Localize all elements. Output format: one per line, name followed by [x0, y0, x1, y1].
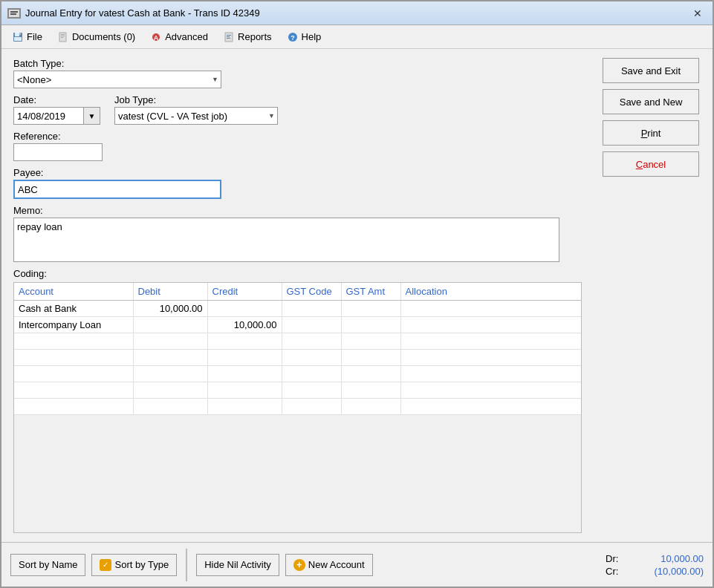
print-label-rest: rint: [647, 128, 661, 139]
table-row[interactable]: Intercompany Loan 10,000.00: [14, 317, 581, 333]
sort-by-type-button[interactable]: ✓ Sort by Type: [91, 554, 177, 576]
job-type-select[interactable]: vatest (CVL - VA Test job): [114, 107, 278, 125]
bottom-bar: Sort by Name ✓ Sort by Type Hide Nil Act…: [1, 542, 713, 587]
advanced-icon: A: [150, 31, 162, 43]
reference-input[interactable]: [13, 143, 103, 161]
coding-table-wrapper: Account Debit Credit GST Code GST Amt Al…: [13, 282, 582, 533]
new-account-icon: +: [293, 559, 305, 571]
svg-rect-15: [227, 35, 231, 36]
empty-cell: [14, 399, 133, 415]
sort-by-type-label: Sort by Type: [114, 559, 169, 570]
cell-credit-1: 10,000.00: [207, 317, 282, 333]
dr-row: Dr: 10,000.00: [606, 553, 704, 564]
payee-input[interactable]: [13, 180, 221, 199]
cell-account-0: Cash at Bank: [14, 301, 133, 317]
col-header-allocation: Allocation: [400, 283, 581, 301]
empty-cell: [14, 366, 133, 382]
cr-row: Cr: (10,000.00): [606, 566, 704, 577]
batch-type-select[interactable]: <None>: [13, 71, 221, 88]
cell-gst-amt-1: [341, 317, 400, 333]
empty-cell: [133, 350, 207, 366]
col-header-debit: Debit: [133, 283, 207, 301]
empty-cell: [282, 366, 341, 382]
cancel-label-rest: ancel: [643, 159, 666, 170]
dr-value: 10,000.00: [629, 553, 704, 564]
cell-credit-0: [207, 301, 282, 317]
empty-cell: [14, 350, 133, 366]
date-job-row: Date: ▼ Job Type: vatest (CVL - VA Test …: [13, 94, 582, 125]
cell-allocation-1: [400, 317, 581, 333]
cell-allocation-0: [400, 301, 581, 317]
svg-rect-10: [61, 36, 65, 36]
table-empty-row: [14, 366, 581, 382]
empty-cell: [207, 382, 282, 399]
save-exit-button[interactable]: Save and Exit: [603, 58, 699, 83]
empty-cell: [133, 366, 207, 382]
payee-label: Payee:: [13, 167, 582, 178]
window-title: Journal Entry for vatest Cash at Bank - …: [25, 7, 260, 19]
print-button[interactable]: Print: [603, 120, 699, 146]
table-row[interactable]: Cash at Bank 10,000.00: [14, 301, 581, 317]
menu-reports[interactable]: Reports: [215, 28, 279, 46]
table-empty-row: [14, 333, 581, 350]
svg-rect-5: [15, 33, 19, 36]
job-type-wrapper: vatest (CVL - VA Test job): [114, 107, 278, 125]
job-type-label: Job Type:: [114, 94, 278, 105]
empty-cell: [14, 333, 133, 350]
date-input[interactable]: [13, 107, 84, 125]
menubar: File Documents (0) A Advanced: [1, 25, 713, 49]
reports-icon: [223, 31, 235, 43]
coding-table: Account Debit Credit GST Code GST Amt Al…: [14, 283, 581, 415]
table-header-row: Account Debit Credit GST Code GST Amt Al…: [14, 283, 581, 301]
sort-by-name-button[interactable]: Sort by Name: [10, 554, 85, 576]
date-picker-button[interactable]: ▼: [84, 107, 100, 125]
memo-input[interactable]: repay loan: [13, 218, 559, 262]
main-form: Batch Type: <None> Date: ▼ Job T: [1, 49, 594, 542]
empty-cell: [400, 366, 581, 382]
reference-section: Reference:: [13, 131, 582, 161]
batch-type-label: Batch Type:: [13, 58, 582, 69]
cell-debit-1: [133, 317, 207, 333]
menu-file-label: File: [27, 31, 42, 42]
menu-file[interactable]: File: [4, 28, 50, 46]
bottom-left: Sort by Name ✓ Sort by Type: [10, 554, 177, 576]
cancel-button[interactable]: Cancel: [603, 151, 699, 177]
empty-cell: [207, 333, 282, 350]
cell-gst-code-0: [282, 301, 341, 317]
batch-type-section: Batch Type: <None>: [13, 58, 582, 88]
empty-cell: [14, 382, 133, 399]
empty-cell: [400, 382, 581, 399]
empty-cell: [341, 399, 400, 415]
menu-reports-label: Reports: [238, 31, 272, 42]
menu-documents[interactable]: Documents (0): [50, 28, 143, 46]
new-account-button[interactable]: + New Account: [285, 554, 373, 576]
cell-gst-amt-0: [341, 301, 400, 317]
close-button[interactable]: ✕: [689, 6, 707, 21]
empty-cell: [133, 399, 207, 415]
table-empty-row: [14, 350, 581, 366]
hide-nil-button[interactable]: Hide Nil Activity: [196, 554, 279, 576]
empty-cell: [282, 382, 341, 399]
date-wrapper: ▼: [13, 107, 103, 125]
cr-label: Cr:: [606, 566, 623, 577]
menu-help[interactable]: ? Help: [279, 28, 329, 46]
col-header-account: Account: [14, 283, 133, 301]
cell-debit-0: 10,000.00: [133, 301, 207, 317]
empty-cell: [133, 382, 207, 399]
dr-label: Dr:: [606, 553, 623, 564]
svg-rect-9: [61, 34, 65, 35]
date-section: Date: ▼: [13, 94, 103, 125]
empty-cell: [341, 366, 400, 382]
title-bar-left: Journal Entry for vatest Cash at Bank - …: [7, 7, 260, 19]
save-icon: [12, 31, 24, 43]
print-underline-char: P: [641, 128, 648, 139]
document-icon: [57, 31, 69, 43]
empty-cell: [400, 350, 581, 366]
svg-rect-11: [61, 37, 63, 38]
menu-advanced[interactable]: A Advanced: [143, 28, 215, 46]
coding-label: Coding:: [13, 268, 582, 279]
svg-rect-6: [14, 37, 22, 41]
cancel-underline-char: C: [636, 159, 643, 170]
empty-cell: [400, 333, 581, 350]
save-new-button[interactable]: Save and New: [603, 89, 699, 114]
